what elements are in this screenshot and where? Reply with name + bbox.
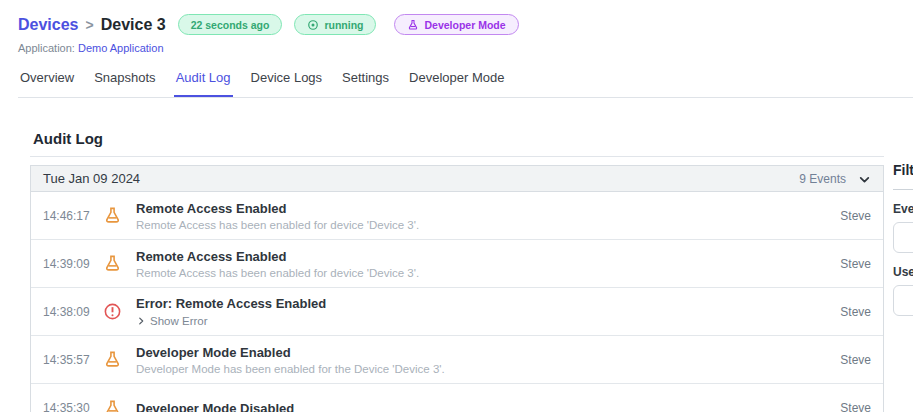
section-divider [30,156,884,157]
tab-developer-mode[interactable]: Developer Mode [407,70,506,97]
event-time: 14:39:09 [43,257,95,271]
filter-divider [893,189,913,190]
page-title: Audit Log [33,130,884,147]
date-header-label: Tue Jan 09 2024 [43,171,140,186]
table-row: 14:46:17 Remote Access Enabled Remote Ac… [31,192,883,240]
breadcrumb-separator: > [86,17,94,33]
event-filter-label: Event [893,202,913,216]
status-label: running [324,19,363,31]
event-time: 14:35:57 [43,353,95,367]
event-user: Steve [840,305,871,319]
events-count: 9 Events [799,172,846,186]
breadcrumb: Devices>Device 3 [18,16,166,34]
developer-mode-label: Developer Mode [424,19,505,31]
event-description: Remote Access has been enabled for devic… [136,267,840,279]
audit-log-section: Audit Log Tue Jan 09 2024 9 Events 14:46… [30,98,884,412]
application-row: Application: Demo Application [18,42,913,54]
last-seen-badge: 22 seconds ago [178,14,283,35]
event-time: 14:35:30 [43,401,95,412]
table-row: 14:38:09 Error: Remote Access Enabled Sh… [31,288,883,336]
event-title: Developer Mode Enabled [136,345,840,360]
flask-icon [103,399,123,412]
error-icon [103,302,123,321]
event-filter-input[interactable] [893,222,913,253]
event-user: Steve [840,401,871,412]
tab-settings[interactable]: Settings [340,70,391,97]
last-seen-label: 22 seconds ago [191,19,270,31]
event-title: Error: Remote Access Enabled [136,296,840,311]
tab-overview[interactable]: Overview [18,70,76,97]
status-running-icon [307,19,319,31]
table-row: 14:35:57 Developer Mode Enabled Develope… [31,336,883,384]
user-filter-input[interactable] [893,285,913,316]
show-error-toggle[interactable]: Show Error [136,315,840,327]
tab-audit-log[interactable]: Audit Log [174,70,233,97]
flask-icon [407,19,419,31]
date-group-header[interactable]: Tue Jan 09 2024 9 Events [31,166,883,192]
user-filter-label: User [893,265,913,279]
application-link[interactable]: Demo Application [78,42,164,54]
chevron-right-icon [136,316,146,326]
breadcrumb-current-device: Device 3 [101,16,166,33]
chevron-down-icon[interactable] [858,172,871,185]
event-title: Remote Access Enabled [136,201,840,216]
developer-mode-badge: Developer Mode [394,14,518,35]
event-description: Developer Mode has been enabled for the … [136,363,840,375]
event-user: Steve [840,209,871,223]
event-description: Remote Access has been enabled for devic… [136,219,840,231]
event-user: Steve [840,257,871,271]
filter-panel: Filter Event User [893,98,913,316]
application-label: Application: [18,42,75,54]
event-user: Steve [840,353,871,367]
tab-snapshots[interactable]: Snapshots [92,70,157,97]
status-badge: running [294,14,376,35]
tab-device-logs[interactable]: Device Logs [249,70,325,97]
audit-log-table: Tue Jan 09 2024 9 Events 14:46:17 Remote… [30,165,884,412]
table-row: 14:39:09 Remote Access Enabled Remote Ac… [31,240,883,288]
breadcrumb-devices-link[interactable]: Devices [18,16,79,33]
table-row: 14:35:30 Developer Mode Disabled Steve [31,384,883,412]
device-header: Devices>Device 3 22 seconds ago running … [0,0,913,54]
device-tabs: Overview Snapshots Audit Log Device Logs… [18,70,913,98]
flask-icon [103,206,123,225]
flask-icon [103,254,123,273]
event-title: Developer Mode Disabled [136,401,840,412]
event-time: 14:38:09 [43,305,95,319]
event-title: Remote Access Enabled [136,249,840,264]
event-time: 14:46:17 [43,209,95,223]
flask-icon [103,350,123,369]
show-error-label: Show Error [150,315,208,327]
filter-panel-title: Filter [893,162,913,178]
